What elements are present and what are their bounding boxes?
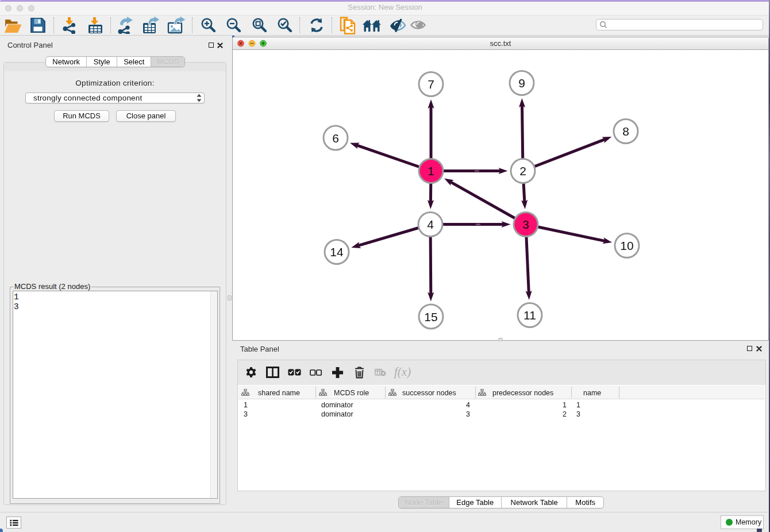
svg-text:4: 4: [427, 218, 434, 231]
svg-text:3: 3: [522, 218, 529, 231]
svg-text:7: 7: [428, 78, 434, 91]
svg-text:10: 10: [620, 239, 633, 252]
svg-text:1: 1: [428, 164, 434, 178]
svg-text:8: 8: [622, 125, 629, 138]
svg-text:11: 11: [523, 309, 536, 322]
svg-text:6: 6: [332, 132, 339, 145]
svg-text:9: 9: [518, 76, 525, 90]
svg-text:15: 15: [424, 310, 437, 323]
svg-text:14: 14: [330, 245, 344, 259]
svg-text:2: 2: [519, 164, 526, 178]
